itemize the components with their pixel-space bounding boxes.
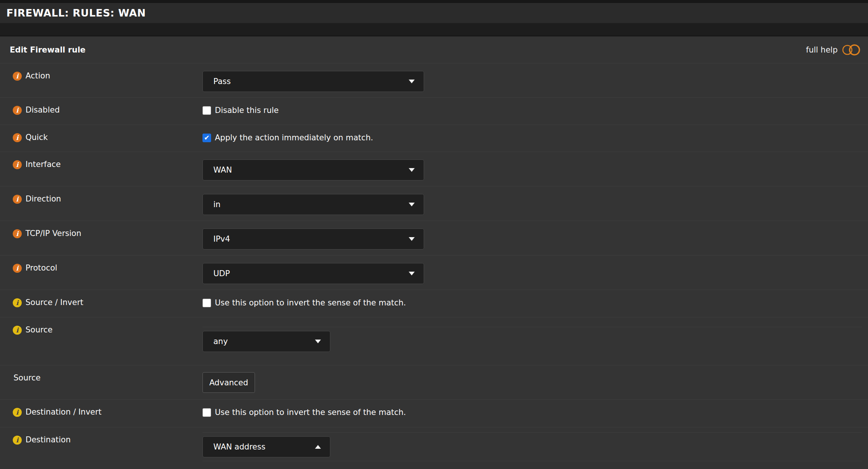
chevron-down-icon [409, 168, 415, 172]
tcpip-version-select[interactable]: IPv4 [202, 228, 424, 250]
info-icon[interactable]: i [13, 408, 22, 417]
row-disabled: i Disabled Disable this rule [0, 97, 868, 125]
field-label: Destination [25, 435, 71, 444]
chevron-down-icon [409, 80, 415, 83]
quick-checkbox[interactable] [202, 134, 211, 142]
row-action: i Action Pass [0, 63, 868, 97]
info-icon[interactable]: i [13, 195, 22, 204]
field-label: Protocol [25, 263, 57, 272]
field-label: Destination / Invert [25, 407, 102, 416]
divider [202, 461, 862, 461]
full-help-toggle[interactable]: full help [806, 43, 861, 57]
interface-select[interactable]: WAN [202, 159, 424, 180]
info-icon[interactable]: i [13, 72, 22, 81]
protocol-select[interactable]: UDP [202, 263, 424, 284]
field-label: Direction [25, 194, 61, 203]
field-label: TCP/IP Version [25, 229, 81, 238]
page-title: FIREWALL: RULES: WAN [6, 7, 146, 19]
row-interface: i Interface WAN [0, 152, 868, 186]
field-label: Disabled [25, 105, 60, 114]
page-header: FIREWALL: RULES: WAN [0, 3, 868, 23]
field-label: Source [25, 325, 52, 334]
chevron-down-icon [315, 340, 321, 343]
chevron-down-icon [409, 237, 415, 241]
row-source-invert: i Source / Invert Use this option to inv… [0, 290, 868, 317]
row-tcpip-version: i TCP/IP Version IPv4 [0, 221, 868, 255]
info-icon[interactable]: i [13, 326, 22, 335]
field-label: Source / Invert [25, 298, 83, 307]
section-header: Edit Firewall rule full help [0, 36, 868, 63]
toggle-icon [841, 43, 861, 57]
source-select[interactable]: any [202, 331, 330, 352]
full-help-label: full help [806, 45, 838, 54]
row-source: i Source any [0, 317, 868, 365]
checkbox-label: Disable this rule [215, 106, 279, 115]
header-gap [0, 23, 868, 36]
chevron-up-icon [315, 445, 321, 449]
info-icon[interactable]: i [13, 160, 22, 169]
field-label: Action [25, 71, 50, 80]
disabled-checkbox[interactable] [202, 106, 211, 115]
field-label: Interface [25, 160, 61, 169]
chevron-down-icon [409, 272, 415, 275]
divider [202, 432, 862, 433]
field-label: Source [13, 373, 40, 382]
action-select[interactable]: Pass [202, 71, 424, 92]
info-icon[interactable]: i [13, 298, 22, 307]
destination-select[interactable]: WAN address [202, 436, 330, 457]
row-destination: i Destination WAN address [0, 427, 868, 469]
row-direction: i Direction in [0, 186, 868, 221]
advanced-button[interactable]: Advanced [202, 372, 255, 393]
info-icon[interactable]: i [13, 133, 22, 142]
checkbox-label: Use this option to invert the sense of t… [215, 298, 406, 307]
row-destination-invert: i Destination / Invert Use this option t… [0, 399, 868, 427]
checkbox-label: Apply the action immediately on match. [215, 133, 373, 142]
info-icon[interactable]: i [13, 264, 22, 273]
chevron-down-icon [409, 203, 415, 206]
direction-select[interactable]: in [202, 194, 424, 215]
info-icon[interactable]: i [13, 229, 22, 238]
row-quick: i Quick Apply the action immediately on … [0, 125, 868, 152]
destination-invert-checkbox[interactable] [202, 408, 211, 417]
row-source-advanced: Source Advanced [0, 365, 868, 399]
checkbox-label: Use this option to invert the sense of t… [215, 408, 406, 417]
top-strip [0, 0, 868, 3]
source-invert-checkbox[interactable] [202, 299, 211, 307]
info-icon[interactable]: i [13, 436, 22, 445]
divider [202, 327, 862, 327]
edit-firewall-rule-panel: Edit Firewall rule full help i Action Pa… [0, 36, 868, 469]
row-protocol: i Protocol UDP [0, 255, 868, 290]
field-label: Quick [25, 133, 48, 142]
info-icon[interactable]: i [13, 106, 22, 115]
section-title: Edit Firewall rule [10, 45, 85, 54]
